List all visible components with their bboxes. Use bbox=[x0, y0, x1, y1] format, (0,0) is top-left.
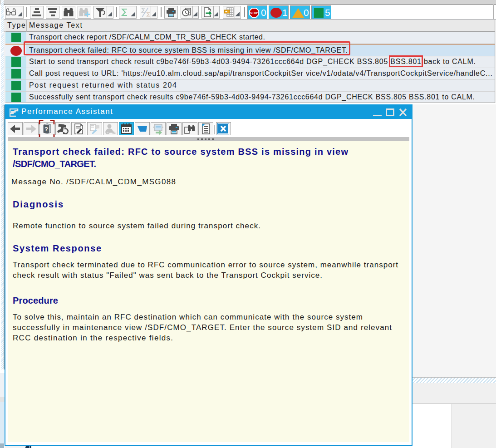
svg-text:STOP: STOP bbox=[250, 11, 258, 15]
